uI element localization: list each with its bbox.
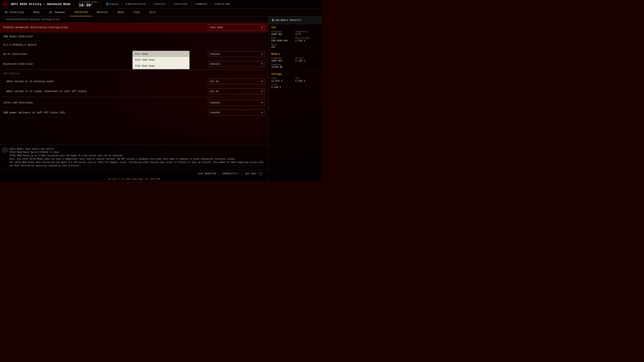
nav-item-ai-tweaker[interactable]: Ai Tweaker (44, 8, 70, 16)
value-wifi[interactable]: Enabled ▼ (208, 51, 265, 57)
hw-label: Ratio (271, 43, 295, 46)
value-pciex16: Auto Mode ▼ (208, 25, 265, 30)
dropdown-popup-pciex16: Auto Mode PCIE X8X8 Mode PCIE RAID Mode (132, 51, 190, 69)
version-text: Version 2.22.1284 Copyright (C) 2022 AMI (108, 178, 160, 180)
value-usb-power[interactable]: Enabled ▼ (208, 110, 265, 115)
dropdown-usb-power[interactable]: Enabled ▼ (208, 110, 265, 115)
hw-item-voltage--12v: +12V12.076 V (271, 77, 295, 82)
clock-settings-icon[interactable]: ⚙ (91, 3, 92, 5)
nav-item-advanced[interactable]: Advanced (70, 8, 92, 16)
hw-value: 1.216 V (295, 39, 320, 42)
dropdown-led-working[interactable]: All On ▼ (208, 79, 265, 84)
nav-item-boot[interactable]: Boot (113, 8, 129, 16)
header-divider-1 (74, 2, 74, 7)
nav-item-exit[interactable]: Exit (144, 8, 160, 16)
toolbar-btn-language[interactable]: 🌐English (104, 2, 120, 6)
dropdown-wifi[interactable]: Enabled ▼ (208, 51, 265, 57)
info-box: i [Auto Mode]: Auto detect and switch. [… (0, 145, 268, 170)
settings-divider-1 (3, 70, 265, 70)
hw-item-cpu-frequency: Frequency4500 MHz (271, 31, 295, 36)
breadcrumb: ← Advanced\Onboard Devices Configuration (0, 16, 268, 23)
hw-value: 1.120 V (295, 59, 320, 62)
nav-item-main[interactable]: Main (29, 8, 44, 16)
dropdown-pciex16[interactable]: Auto Mode ▼ (208, 25, 265, 30)
hw-value: 100.0000 MHz (271, 39, 295, 42)
hotkeys-question-icon: ? (259, 172, 262, 175)
main-container: ROG UEFI BIOS Utility – Advanced Mode 12… (0, 0, 322, 181)
right-panel: 🖥 Hardware Monitor CPUFrequency4500 MHzT… (268, 16, 322, 181)
hw-value: 4800 MHz (271, 59, 295, 62)
hw-label: Frequency (271, 31, 295, 33)
chevron-down-icon: ▼ (262, 26, 263, 29)
hw-item-cpu-temperature: Temperature17°C (295, 31, 320, 36)
hw-label: Frequency (271, 57, 295, 59)
datetime-block: 12/25/2022 Sunday 18:36⚙ (79, 1, 98, 7)
search-icon: ? (172, 3, 174, 5)
nav-item-my-favorites[interactable]: My Favorites (0, 8, 29, 16)
breadcrumb-arrow[interactable]: ← (3, 18, 5, 21)
label-led-sleep: When system is in sleep, hibernate or so… (7, 90, 208, 93)
bios-title: UEFI BIOS Utility – Advanced Mode (11, 2, 70, 6)
main-panel: ← Advanced\Onboard Devices Configuration… (0, 16, 268, 181)
chevron-down-icon: ▼ (262, 90, 263, 93)
nav-bar: My FavoritesMainAi TweakerAdvancedMonito… (0, 8, 322, 16)
toolbar-btn-myfavorite[interactable]: ⊞MyFavorite(F3) (124, 2, 148, 6)
hw-label: +5V (295, 77, 320, 80)
label-m2-switch: M.2_3 PCIEX16_2 Switch (3, 43, 208, 46)
ez-mode-btn[interactable]: EzMode(F7)|→ (219, 171, 242, 176)
myfavorite-icon: ⊞ (126, 3, 127, 5)
dropdown-option-x8x8[interactable]: PCIE X8X8 Mode (133, 57, 189, 63)
setting-row-led-working[interactable]: When system is in working state All On ▼ (0, 77, 268, 86)
toolbar-btn-search[interactable]: ?Search(F9) (171, 2, 189, 6)
setting-row-intel-lan[interactable]: Intel LAN Controller Enabled ▼ (0, 98, 268, 108)
monitor-icon: 🖥 (271, 18, 274, 22)
hw-section-title-cpu: CPU (271, 26, 319, 29)
dropdown-option-auto[interactable]: Auto Mode (133, 51, 189, 57)
toolbar-divider-4 (211, 2, 211, 7)
chevron-down-icon: ▼ (262, 101, 263, 104)
hw-item-voltage--5v: +5V5.140 V (295, 77, 320, 82)
setting-row-led-sleep[interactable]: When system is in sleep, hibernate or so… (0, 86, 268, 96)
last-modified-btn[interactable]: Last Modified (195, 171, 219, 176)
hw-section-title-memory: Memory (271, 53, 319, 55)
hw-value: 32768 MB (271, 66, 295, 68)
label-intel-lan: Intel LAN Controller (3, 101, 208, 104)
hw-grid-cpu: Frequency4500 MHzTemperature17°CBCLK100.… (271, 31, 319, 48)
toolbar-btn-aura[interactable]: ⚙AURA(F4) (193, 2, 209, 6)
hot-keys-btn[interactable]: Hot Keys ? (242, 171, 265, 176)
qfan-icon: ✦ (153, 3, 154, 5)
toolbar-btn-qfan[interactable]: ✦Qfan(F6) (152, 2, 167, 6)
value-intel-lan[interactable]: Enabled ▼ (208, 100, 265, 106)
toolbar: 🌐English⊞MyFavorite(F3)✦Qfan(F6)?Search(… (104, 2, 231, 7)
hw-sections-container: CPUFrequency4500 MHzTemperature17°CBCLK1… (268, 24, 322, 91)
hw-label: Capacity (271, 63, 295, 66)
chevron-down-icon: ▼ (262, 111, 263, 114)
toolbar-divider-2 (169, 2, 169, 7)
hw-value: 4500 MHz (271, 33, 295, 36)
hw-item-voltage--3-3v: +3.3V3.344 V (271, 84, 295, 89)
dropdown-led-sleep[interactable]: All On ▼ (208, 88, 265, 94)
value-led-working[interactable]: All On ▼ (208, 79, 265, 84)
setting-row-usb-audio[interactable]: USB Audio Controller (0, 32, 268, 41)
hw-item-cpu-ratio: Ratio45x (271, 43, 295, 48)
settings-list: PCIEX16 Bandwidth Bifurcation Configurat… (0, 23, 268, 145)
dropdown-bluetooth[interactable]: Enabled ▼ (208, 61, 265, 67)
chevron-down-icon: ▼ (262, 80, 263, 83)
hw-value: 17°C (295, 33, 320, 36)
chevron-down-icon: ▼ (262, 63, 263, 65)
rog-logo: ROG (3, 1, 9, 7)
info-text: [Auto Mode]: Auto detect and switch. [PC… (10, 147, 265, 167)
nav-item-monitor[interactable]: Monitor (92, 8, 113, 16)
dropdown-intel-lan[interactable]: Enabled ▼ (208, 100, 265, 106)
setting-row-pciex16[interactable]: PCIEX16 Bandwidth Bifurcation Configurat… (0, 23, 268, 32)
setting-row-usb-power[interactable]: USB power delivery in Soft Off state (S5… (0, 108, 268, 118)
value-led-sleep[interactable]: All On ▼ (208, 88, 265, 94)
hw-value: 12.076 V (271, 80, 295, 82)
toolbar-btn-resize[interactable]: ⊡ReSize BAR (213, 2, 231, 6)
dropdown-option-raid[interactable]: PCIE RAID Mode (133, 63, 189, 69)
nav-item-tool[interactable]: Tool (129, 8, 144, 16)
hw-label: +12V (271, 77, 295, 80)
value-bluetooth[interactable]: Enabled ▼ (208, 61, 265, 67)
setting-row-m2-switch[interactable]: M.2_3 PCIEX16_2 Switch (0, 41, 268, 49)
section-led: LED lighting (0, 70, 268, 77)
